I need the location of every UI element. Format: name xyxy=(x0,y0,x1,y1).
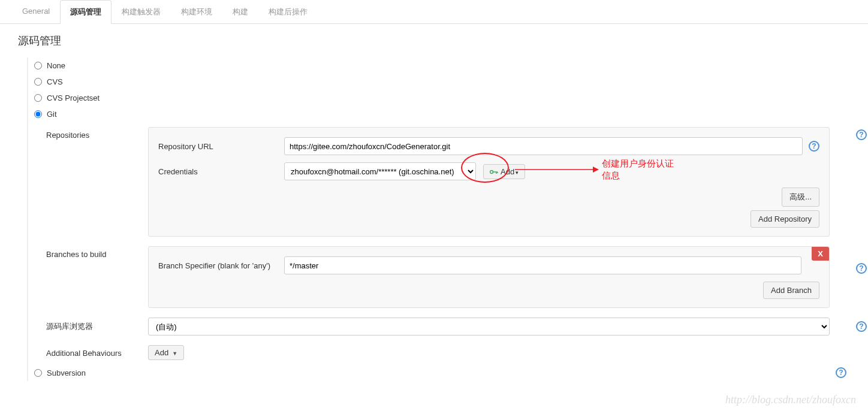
help-icon[interactable]: ? xyxy=(836,367,846,378)
radio-git[interactable] xyxy=(34,110,42,118)
section-title-scm: 源码管理 xyxy=(0,24,868,58)
help-icon[interactable]: ? xyxy=(856,321,867,332)
label-none: None xyxy=(47,61,65,70)
additional-behaviours-add-button[interactable]: Add xyxy=(148,345,184,360)
credentials-select[interactable]: zhoufoxcn@hotmail.com/****** (git.oschin… xyxy=(284,162,476,180)
repo-browser-select[interactable]: (自动) xyxy=(148,318,830,336)
branches-panel: X Branch Specifier (blank for 'any') Add… xyxy=(148,246,830,308)
help-icon[interactable]: ? xyxy=(856,263,867,274)
label-cvs-projectset: CVS Projectset xyxy=(47,93,100,102)
scm-option-cvs-projectset[interactable]: CVS Projectset xyxy=(34,90,850,106)
add-branch-button[interactable]: Add Branch xyxy=(763,282,819,299)
help-icon[interactable]: ? xyxy=(856,129,867,140)
repo-url-input[interactable] xyxy=(284,137,803,155)
tab-post[interactable]: 构建后操作 xyxy=(258,0,318,23)
annotation-arrow xyxy=(515,166,599,173)
label-cvs: CVS xyxy=(47,77,63,86)
scm-option-cvs[interactable]: CVS xyxy=(34,74,850,90)
add-credentials-button[interactable]: Add▾ xyxy=(483,164,525,179)
label-subversion: Subversion xyxy=(47,368,86,377)
radio-none[interactable] xyxy=(34,62,42,69)
help-icon[interactable]: ? xyxy=(809,141,819,152)
scm-option-git[interactable]: Git xyxy=(34,106,850,122)
label-repo-browser: 源码库浏览器 xyxy=(46,318,148,332)
label-repositories: Repositories xyxy=(46,127,148,140)
tab-general[interactable]: General xyxy=(12,0,60,23)
radio-subversion[interactable] xyxy=(34,369,42,377)
scm-option-none[interactable]: None xyxy=(34,58,850,74)
tab-triggers[interactable]: 构建触发器 xyxy=(111,0,171,23)
config-tabs: General 源码管理 构建触发器 构建环境 构建 构建后操作 xyxy=(0,0,868,24)
add-cred-label: Add xyxy=(501,167,514,176)
add-repository-button[interactable]: Add Repository xyxy=(751,210,819,228)
label-additional-behaviours: Additional Behaviours xyxy=(46,345,148,358)
annotation-text: 创建用户身份认证 信息 xyxy=(602,158,674,181)
label-credentials: Credentials xyxy=(158,167,284,176)
advanced-button[interactable]: 高级... xyxy=(782,188,819,207)
tab-scm[interactable]: 源码管理 xyxy=(60,0,111,24)
label-git: Git xyxy=(47,110,57,119)
scm-option-subversion[interactable]: Subversion ? xyxy=(34,365,850,381)
tab-env[interactable]: 构建环境 xyxy=(171,0,222,23)
svg-marker-5 xyxy=(593,167,599,173)
repositories-panel: Repository URL ? Credentials zhoufoxcn@h… xyxy=(148,127,830,237)
label-repo-url: Repository URL xyxy=(158,142,284,151)
branch-spec-input[interactable] xyxy=(284,256,801,274)
radio-cvs[interactable] xyxy=(34,78,42,86)
label-branch-spec: Branch Specifier (blank for 'any') xyxy=(158,261,284,270)
radio-cvs-projectset[interactable] xyxy=(34,94,42,102)
label-branches: Branches to build xyxy=(46,246,148,259)
key-icon xyxy=(490,167,498,172)
svg-point-0 xyxy=(490,170,493,173)
delete-branch-button[interactable]: X xyxy=(812,247,829,261)
tab-build[interactable]: 构建 xyxy=(222,0,258,23)
